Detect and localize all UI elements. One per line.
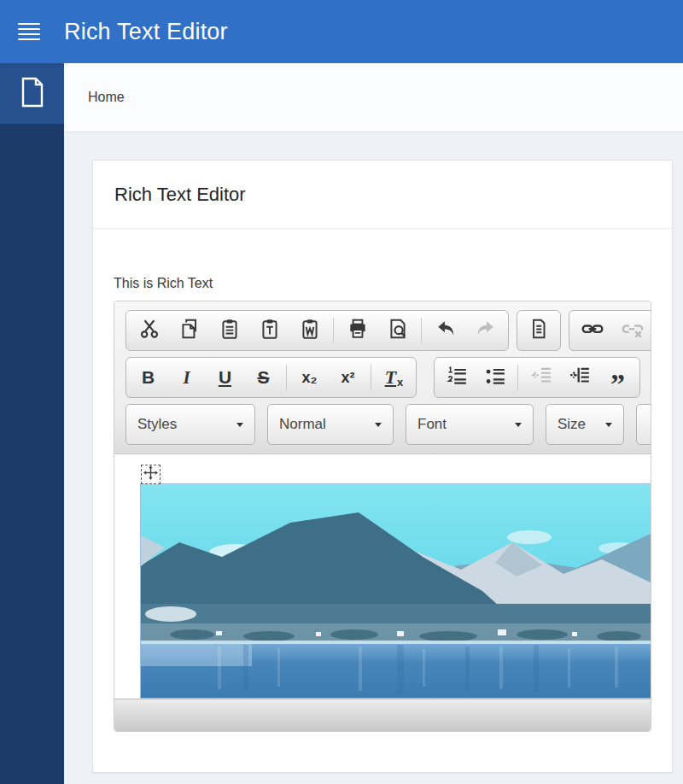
editor-toolbar: B I U S x₂ x² Tx <box>114 301 651 454</box>
links-group <box>569 310 651 351</box>
templates-button[interactable] <box>520 313 557 348</box>
format-dropdown-label: Normal <box>279 416 326 433</box>
rich-text-editor: B I U S x₂ x² Tx <box>114 301 651 732</box>
numbered-list-button[interactable] <box>437 360 476 395</box>
undo-button[interactable] <box>425 313 465 348</box>
blockquote-button[interactable]: ” <box>598 360 637 395</box>
unlink-button[interactable] <box>612 313 651 348</box>
toolbar-separator <box>286 365 287 390</box>
bulleted-list-button[interactable] <box>476 360 514 395</box>
paste-text-icon <box>259 318 281 343</box>
basicstyles-group: B I U S x₂ x² Tx <box>126 357 417 398</box>
remove-format-button[interactable]: Tx <box>375 360 413 395</box>
cut-icon <box>138 318 161 343</box>
indent-icon <box>569 365 591 390</box>
breadcrumb-home-link[interactable]: Home <box>88 90 125 105</box>
blockquote-icon: ” <box>610 366 625 389</box>
templates-icon <box>528 318 550 343</box>
toolbar-row-1 <box>126 310 651 351</box>
styles-dropdown[interactable]: Styles <box>126 404 255 445</box>
superscript-button[interactable]: x² <box>329 360 367 395</box>
preview-button[interactable] <box>377 313 417 348</box>
bold-button[interactable]: B <box>129 360 167 395</box>
app-title: Rich Text Editor <box>64 19 228 45</box>
editor-card: Rich Text Editor This is Rich Text <box>92 160 673 773</box>
toolbar-row-3: Styles Normal Font Size <box>126 404 651 445</box>
document-icon <box>20 77 45 111</box>
page-title: Rich Text Editor <box>114 184 246 206</box>
toolbar-separator <box>333 318 334 343</box>
paste-button[interactable] <box>209 313 249 348</box>
strikethrough-icon: S <box>257 367 269 388</box>
paste-plain-text-button[interactable] <box>249 313 289 348</box>
sidebar-item-editor[interactable] <box>0 63 64 124</box>
image-drag-handle[interactable] <box>141 465 161 484</box>
font-dropdown[interactable]: Font <box>406 404 534 445</box>
templates-group <box>517 310 561 351</box>
undo-icon <box>435 318 457 343</box>
menu-toggle-button[interactable] <box>18 23 40 41</box>
toolbar-row-2: B I U S x₂ x² Tx <box>126 357 651 398</box>
card-header: Rich Text Editor <box>93 161 672 229</box>
toolbar-separator <box>517 365 518 390</box>
link-icon <box>581 318 604 343</box>
styles-dropdown-label: Styles <box>137 416 177 433</box>
paste-word-icon <box>299 318 321 343</box>
underline-icon: U <box>219 367 231 388</box>
link-button[interactable] <box>572 313 612 348</box>
outdent-icon <box>530 365 552 390</box>
remove-format-icon: T <box>385 366 396 389</box>
cut-button[interactable] <box>129 313 169 348</box>
format-dropdown[interactable]: Normal <box>267 404 394 445</box>
outdent-button[interactable] <box>522 360 560 395</box>
subscript-icon: x₂ <box>301 369 317 387</box>
sidebar <box>0 63 64 784</box>
chevron-down-icon <box>515 423 522 427</box>
size-dropdown[interactable]: Size <box>546 404 624 445</box>
chevron-down-icon <box>375 423 382 427</box>
paste-from-word-button[interactable] <box>289 313 330 348</box>
superscript-icon: x² <box>341 369 354 387</box>
print-icon <box>347 318 369 343</box>
paste-icon <box>219 318 241 343</box>
chevron-down-icon <box>236 423 243 427</box>
redo-button[interactable] <box>465 313 505 348</box>
page-content: Rich Text Editor This is Rich Text <box>64 133 683 784</box>
clipboard-group <box>126 310 509 351</box>
numbered-list-icon <box>446 365 468 390</box>
preview-icon <box>387 318 409 343</box>
embedded-lake-image[interactable] <box>141 484 651 698</box>
toolbar-separator <box>421 318 422 343</box>
size-dropdown-label: Size <box>557 416 586 433</box>
unlink-icon <box>621 318 645 343</box>
color-dropdown-clipped[interactable] <box>636 404 651 445</box>
chevron-down-icon <box>605 423 612 427</box>
move-icon <box>143 465 158 483</box>
underline-button[interactable]: U <box>206 360 244 395</box>
italic-icon: I <box>183 367 190 389</box>
hamburger-icon <box>18 23 40 26</box>
editor-bottom-bar[interactable] <box>114 699 651 731</box>
editor-field-label: This is Rich Text <box>114 276 651 291</box>
copy-icon <box>178 318 201 343</box>
strikethrough-button[interactable]: S <box>244 360 283 395</box>
paragraph-group: ” <box>434 357 640 398</box>
copy-button[interactable] <box>169 313 209 348</box>
subscript-button[interactable]: x₂ <box>290 360 329 395</box>
bulleted-list-icon <box>484 365 506 390</box>
indent-button[interactable] <box>560 360 598 395</box>
card-body: This is Rich Text <box>93 229 672 732</box>
font-dropdown-label: Font <box>417 416 447 433</box>
editor-content-area[interactable] <box>114 454 651 699</box>
bold-icon: B <box>142 367 155 388</box>
app-header: Rich Text Editor <box>0 0 683 63</box>
print-button[interactable] <box>337 313 377 348</box>
breadcrumb: Home <box>64 63 683 132</box>
redo-icon <box>475 318 497 343</box>
toolbar-separator <box>371 365 371 390</box>
italic-button[interactable]: I <box>167 360 206 395</box>
